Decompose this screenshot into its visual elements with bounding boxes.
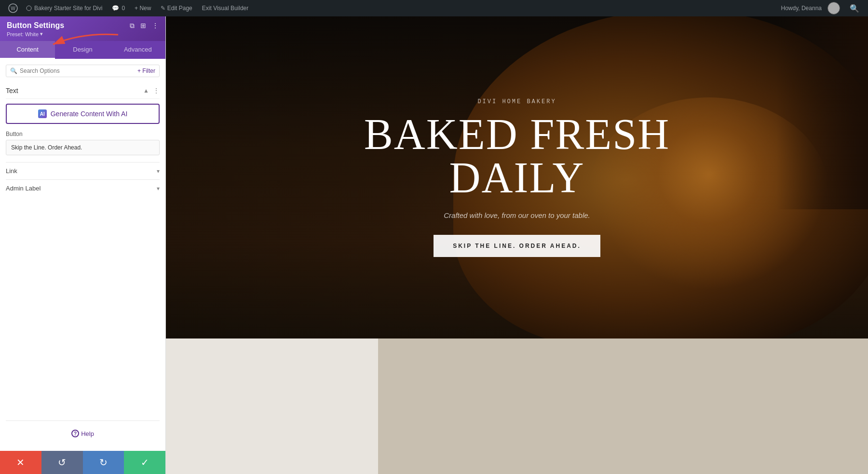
below-hero-right-box	[378, 339, 868, 474]
admin-label-section: Admin Label ▾	[6, 179, 160, 197]
panel-title: Button Settings	[7, 21, 64, 30]
hero-cta-button[interactable]: SKIP THE LINE. ORDER AHEAD.	[434, 235, 600, 257]
save-button[interactable]: ✓	[124, 451, 165, 474]
hero-section: DIVI HOME BAKERY BAKED FRESHDAILY Crafte…	[166, 16, 868, 339]
admin-bar-site-name[interactable]: Bakery Starter Site for Divi	[21, 0, 107, 16]
text-section-title: Text	[6, 87, 18, 95]
panel-body: 🔍 + Filter Text ▲ ⋮ AI Generate Cont	[0, 59, 165, 451]
admin-bar-howdy: Howdy, Deanna	[781, 5, 822, 12]
panel-more-icon[interactable]: ⋮	[152, 22, 159, 29]
cancel-icon: ✕	[16, 457, 25, 468]
wp-logo-icon[interactable]: W	[5, 0, 21, 16]
admin-avatar[interactable]	[827, 2, 840, 14]
ai-generate-button[interactable]: AI Generate Content With AI	[6, 104, 160, 124]
undo-icon: ↺	[58, 457, 66, 468]
redo-icon: ↻	[99, 457, 108, 468]
content-area: DIVI HOME BAKERY BAKED FRESHDAILY Crafte…	[166, 16, 868, 474]
admin-label-header[interactable]: Admin Label ▾	[6, 185, 160, 192]
text-section-header: Text ▲ ⋮	[6, 82, 160, 99]
text-section-controls: ▲ ⋮	[143, 87, 160, 95]
hero-title: BAKED FRESHDAILY	[364, 113, 670, 200]
admin-bar-comments[interactable]: 💬 0	[107, 0, 130, 16]
admin-search-icon[interactable]: 🔍	[846, 4, 863, 13]
wp-admin-bar: W Bakery Starter Site for Divi 💬 0 + New…	[0, 0, 868, 16]
panel-header-icons: ⧉ ⊞ ⋮	[130, 22, 159, 30]
svg-point-2	[27, 6, 31, 11]
link-section-title: Link	[6, 167, 17, 175]
bottom-toolbar: ✕ ↺ ↻ ✓	[0, 451, 165, 474]
admin-bar-exit-builder[interactable]: Exit Visual Builder	[197, 0, 254, 16]
redo-button[interactable]: ↻	[83, 451, 124, 474]
text-section-dots-icon[interactable]: ⋮	[153, 87, 160, 95]
admin-bar-new[interactable]: + New	[130, 0, 156, 16]
link-section: Link ▾	[6, 162, 160, 179]
hero-subtitle: DIVI HOME BAKERY	[477, 98, 556, 105]
button-field-label: Button	[6, 131, 160, 137]
help-circle-icon: ?	[71, 430, 79, 437]
link-chevron-icon[interactable]: ▾	[157, 168, 160, 175]
preset-chevron-icon: ▾	[40, 31, 43, 37]
admin-bar-edit-page[interactable]: ✎ Edit Page	[156, 0, 197, 16]
button-subsection: Button	[6, 131, 160, 162]
button-text-input[interactable]	[6, 140, 160, 155]
panel-duplicate-icon[interactable]: ⧉	[130, 22, 135, 30]
below-hero-section: ••• BAKED FRESH DAILY	[166, 339, 868, 474]
ai-icon: AI	[38, 109, 47, 118]
search-icon: 🔍	[10, 68, 17, 74]
panel-layout-icon[interactable]: ⊞	[140, 22, 146, 29]
save-icon: ✓	[141, 457, 149, 468]
svg-text:W: W	[11, 6, 15, 11]
link-section-header[interactable]: Link ▾	[6, 167, 160, 175]
search-input[interactable]	[20, 68, 137, 74]
text-section-chevron-icon[interactable]: ▲	[143, 87, 149, 94]
admin-label-chevron-icon[interactable]: ▾	[157, 185, 160, 192]
help-link[interactable]: ? Help	[71, 430, 94, 437]
filter-button[interactable]: + Filter	[137, 68, 155, 74]
hero-description: Crafted with love, from our oven to your…	[444, 211, 590, 219]
red-arrow	[43, 30, 121, 51]
hero-content: DIVI HOME BAKERY BAKED FRESHDAILY Crafte…	[166, 16, 868, 339]
undo-button[interactable]: ↺	[41, 451, 83, 474]
admin-label-title: Admin Label	[6, 185, 41, 192]
help-section: ? Help	[6, 420, 160, 446]
left-panel: Button Settings ⧉ ⊞ ⋮ Preset: White ▾ Co…	[0, 16, 166, 474]
search-bar[interactable]: 🔍 + Filter	[6, 65, 160, 77]
main-area: Button Settings ⧉ ⊞ ⋮ Preset: White ▾ Co…	[0, 16, 868, 474]
cancel-button[interactable]: ✕	[0, 451, 41, 474]
